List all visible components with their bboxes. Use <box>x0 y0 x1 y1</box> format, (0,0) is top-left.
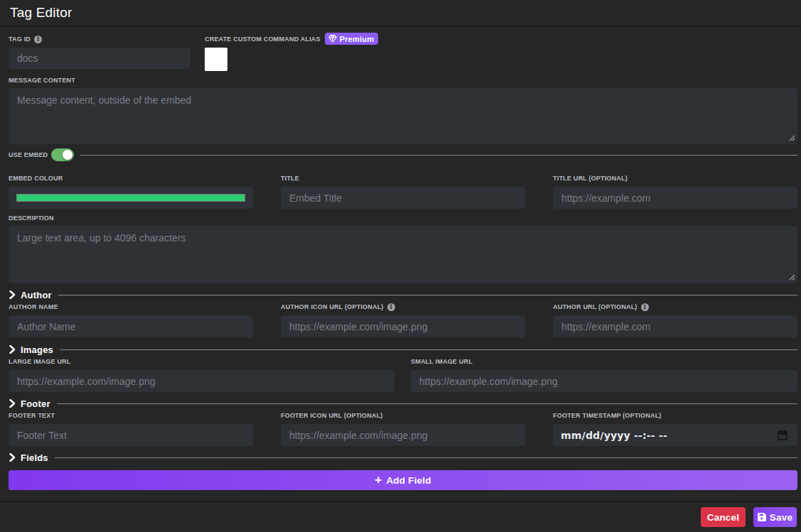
tag-id-input[interactable] <box>9 48 190 69</box>
save-icon <box>758 513 766 521</box>
row-author: AUTHOR NAME AUTHOR ICON URL (OPTIONAL) i… <box>9 303 797 337</box>
author-name-label: AUTHOR NAME <box>9 303 58 310</box>
field-footer-timestamp: FOOTER TIMESTAMP (OPTIONAL) mm/dd/yyyy -… <box>553 412 797 446</box>
cancel-button[interactable]: Cancel <box>701 507 746 527</box>
add-field-label: Add Field <box>386 475 431 486</box>
divider <box>57 403 797 404</box>
author-icon-url-input[interactable] <box>281 315 525 337</box>
modal-body: TAG ID i CREATE CUSTOM COMMAND ALIAS Pre… <box>0 27 801 501</box>
row-embed-top: EMBED COLOUR TITLE TITLE URL (OPTIONAL) <box>9 175 797 209</box>
field-author-icon-url: AUTHOR ICON URL (OPTIONAL) i <box>281 303 525 337</box>
plus-icon: + <box>375 474 382 486</box>
title-input[interactable] <box>281 187 525 209</box>
field-author-name: AUTHOR NAME <box>9 303 253 337</box>
premium-badge-label: Premium <box>340 35 374 43</box>
modal-header: Tag Editor <box>0 0 801 27</box>
save-label: Save <box>770 512 792 523</box>
premium-badge: Premium <box>325 33 378 45</box>
chevron-right-icon <box>9 345 16 354</box>
footer-text-label: FOOTER TEXT <box>9 412 55 419</box>
field-message-content: MESSAGE CONTENT <box>9 77 797 144</box>
divider <box>55 457 797 458</box>
title-label: TITLE <box>281 175 299 182</box>
chevron-right-icon <box>9 399 16 408</box>
use-embed-label: USE EMBED <box>9 151 48 158</box>
info-icon[interactable]: i <box>387 303 395 311</box>
divider <box>58 295 797 295</box>
row-footer-fields: FOOTER TEXT FOOTER ICON URL (OPTIONAL) F… <box>9 412 797 446</box>
command-alias-checkbox[interactable] <box>205 48 227 71</box>
field-title-url: TITLE URL (OPTIONAL) <box>553 175 797 209</box>
field-footer-icon-url: FOOTER ICON URL (OPTIONAL) <box>281 412 525 446</box>
info-icon[interactable]: i <box>34 36 42 43</box>
cancel-label: Cancel <box>707 512 739 523</box>
divider <box>60 349 797 350</box>
section-fields[interactable]: Fields <box>9 452 797 463</box>
row-use-embed: USE EMBED <box>9 148 797 161</box>
section-author-title: Author <box>21 290 52 300</box>
title-url-label: TITLE URL (OPTIONAL) <box>553 175 628 182</box>
colour-swatch <box>16 194 245 202</box>
chevron-right-icon <box>9 453 16 462</box>
tag-id-label: TAG ID <box>9 36 31 43</box>
large-image-label: LARGE IMAGE URL <box>9 358 71 365</box>
field-footer-text: FOOTER TEXT <box>9 412 253 446</box>
command-alias-label: CREATE CUSTOM COMMAND ALIAS <box>205 36 321 43</box>
modal-footer: Cancel Save <box>0 501 801 532</box>
message-content-label: MESSAGE CONTENT <box>9 77 75 84</box>
tag-editor-modal: Tag Editor TAG ID i CREATE CUSTOM COMMAN… <box>0 0 801 532</box>
author-name-input[interactable] <box>9 315 253 337</box>
small-image-input[interactable] <box>411 370 797 392</box>
datetime-value: mm/dd/yyyy --:-- -- <box>561 430 778 441</box>
field-command-alias: CREATE CUSTOM COMMAND ALIAS Premium <box>205 33 378 71</box>
field-author-url: AUTHOR URL (OPTIONAL) i <box>553 303 797 337</box>
section-images[interactable]: Images <box>9 344 797 355</box>
author-icon-url-label: AUTHOR ICON URL (OPTIONAL) <box>281 303 384 310</box>
section-fields-title: Fields <box>21 452 48 463</box>
toggle-knob <box>63 150 72 160</box>
row-images: LARGE IMAGE URL SMALL IMAGE URL <box>9 358 797 392</box>
field-large-image: LARGE IMAGE URL <box>9 358 394 392</box>
embed-colour-input[interactable] <box>9 187 253 209</box>
description-textarea[interactable] <box>9 226 797 283</box>
info-icon[interactable]: i <box>641 303 649 311</box>
gem-icon <box>328 35 337 43</box>
footer-text-input[interactable] <box>9 424 253 446</box>
add-field-button[interactable]: + Add Field <box>9 470 797 490</box>
use-embed-toggle[interactable] <box>51 148 74 161</box>
chevron-right-icon <box>9 291 16 299</box>
description-label: DESCRIPTION <box>9 215 54 222</box>
message-content-textarea[interactable] <box>9 88 797 144</box>
embed-colour-label: EMBED COLOUR <box>9 175 63 182</box>
footer-timestamp-input[interactable]: mm/dd/yyyy --:-- -- <box>553 424 797 446</box>
title-url-input[interactable] <box>553 187 797 209</box>
section-footer-title: Footer <box>21 398 50 409</box>
field-small-image: SMALL IMAGE URL <box>411 358 797 392</box>
footer-icon-url-label: FOOTER ICON URL (OPTIONAL) <box>281 412 383 419</box>
section-author[interactable]: Author <box>9 289 797 300</box>
calendar-icon[interactable] <box>778 430 787 440</box>
footer-icon-url-input[interactable] <box>281 424 525 446</box>
large-image-input[interactable] <box>9 370 394 392</box>
field-title: TITLE <box>281 175 525 209</box>
section-footer[interactable]: Footer <box>9 398 797 409</box>
small-image-label: SMALL IMAGE URL <box>411 358 473 365</box>
divider <box>80 155 797 156</box>
author-url-label: AUTHOR URL (OPTIONAL) <box>553 303 638 310</box>
field-embed-colour: EMBED COLOUR <box>9 175 253 209</box>
row-tagid-alias: TAG ID i CREATE CUSTOM COMMAND ALIAS Pre… <box>9 33 797 71</box>
author-url-input[interactable] <box>553 315 797 337</box>
save-button[interactable]: Save <box>753 507 797 527</box>
field-description: DESCRIPTION <box>9 215 797 283</box>
field-tag-id: TAG ID i <box>9 33 190 71</box>
footer-timestamp-label: FOOTER TIMESTAMP (OPTIONAL) <box>553 412 662 419</box>
page-title: Tag Editor <box>10 5 72 21</box>
section-images-title: Images <box>21 344 53 355</box>
